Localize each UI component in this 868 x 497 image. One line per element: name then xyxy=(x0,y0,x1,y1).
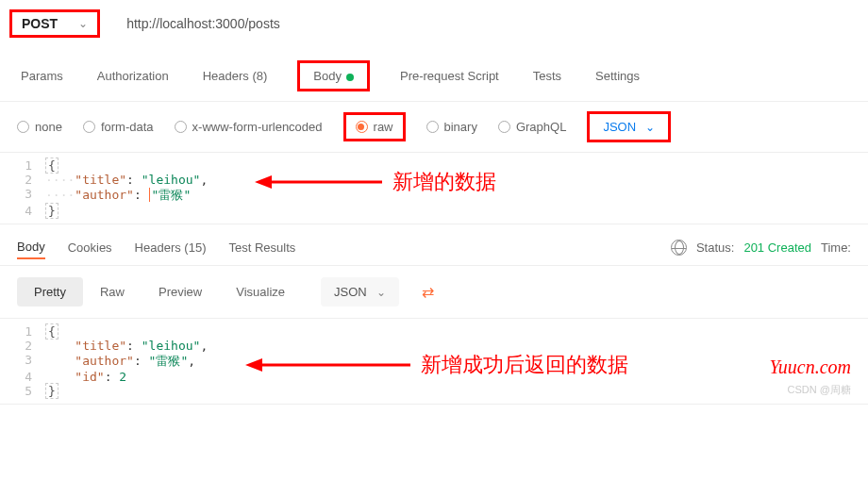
request-body-editor[interactable]: 1{ 2····"title": "leihou", 3····"author"… xyxy=(0,152,868,224)
line-number: 4 xyxy=(0,370,45,384)
radio-icon xyxy=(426,121,439,133)
chevron-down-icon: ⌄ xyxy=(78,17,88,30)
arrow-icon xyxy=(245,351,415,379)
request-bar: POST ⌄ http://localhost:3000/posts xyxy=(0,0,868,47)
response-tab-headers[interactable]: Headers (15) xyxy=(135,237,207,258)
radio-icon xyxy=(175,121,187,133)
line-number: 2 xyxy=(0,339,45,353)
radio-icon xyxy=(356,121,368,133)
svg-marker-1 xyxy=(255,175,272,189)
radio-icon xyxy=(17,121,29,133)
response-tabs: Body Cookies Headers (15) Test Results S… xyxy=(0,224,868,266)
tab-prerequest[interactable]: Pre-request Script xyxy=(396,65,503,87)
tab-params[interactable]: Params xyxy=(17,65,67,87)
response-tab-body[interactable]: Body xyxy=(17,236,45,259)
time-label: Time: xyxy=(821,240,851,255)
response-view-options: Pretty Raw Preview Visualize JSON⌄ ⇄ xyxy=(0,266,868,318)
line-number: 3 xyxy=(0,187,45,204)
format-selector[interactable]: JSON⌄ xyxy=(587,111,671,142)
line-number: 4 xyxy=(0,204,45,218)
annotation-response-data: 新增成功后返回的数据 xyxy=(245,351,628,379)
tab-tests[interactable]: Tests xyxy=(529,65,565,87)
view-segment: Pretty Raw Preview Visualize xyxy=(17,277,302,306)
radio-raw[interactable]: raw xyxy=(343,112,406,141)
http-method: POST xyxy=(22,16,58,31)
response-format-selector[interactable]: JSON⌄ xyxy=(321,277,399,306)
response-tab-cookies[interactable]: Cookies xyxy=(68,237,112,258)
body-type-selector: none form-data x-www-form-urlencoded raw… xyxy=(0,102,868,152)
radio-icon xyxy=(83,121,95,133)
radio-icon xyxy=(498,121,510,133)
svg-marker-3 xyxy=(245,358,262,372)
request-tabs: Params Authorization Headers (8) Body Pr… xyxy=(0,47,868,102)
watermark-site: Yuucn.com xyxy=(770,356,851,378)
view-raw[interactable]: Raw xyxy=(83,277,142,306)
tab-authorization[interactable]: Authorization xyxy=(93,65,173,87)
line-number: 2 xyxy=(0,173,45,187)
tab-body[interactable]: Body xyxy=(297,60,370,91)
dot-icon xyxy=(346,74,354,81)
globe-icon[interactable] xyxy=(671,240,687,256)
radio-form-data[interactable]: form-data xyxy=(83,120,154,134)
tab-settings[interactable]: Settings xyxy=(592,65,643,87)
wrap-lines-icon[interactable]: ⇄ xyxy=(412,277,443,306)
chevron-down-icon: ⌄ xyxy=(376,286,386,299)
annotation-new-data: 新增的数据 xyxy=(255,168,496,196)
chevron-down-icon: ⌄ xyxy=(645,121,655,134)
radio-none[interactable]: none xyxy=(17,120,62,134)
status-label: Status: xyxy=(696,240,734,255)
view-preview[interactable]: Preview xyxy=(142,277,219,306)
tab-headers[interactable]: Headers (8) xyxy=(199,65,272,87)
watermark-author: CSDN @周糖 xyxy=(788,383,851,397)
arrow-icon xyxy=(255,168,387,196)
method-selector[interactable]: POST ⌄ xyxy=(9,9,100,38)
view-pretty[interactable]: Pretty xyxy=(17,277,83,306)
response-body-viewer[interactable]: 1{ 2 "title": "leihou", 3 "author": "雷猴"… xyxy=(0,318,868,405)
line-number: 3 xyxy=(0,353,45,370)
status-value: 201 Created xyxy=(743,240,811,255)
view-visualize[interactable]: Visualize xyxy=(219,277,302,306)
response-tab-test-results[interactable]: Test Results xyxy=(228,237,295,258)
radio-urlencoded[interactable]: x-www-form-urlencoded xyxy=(175,120,323,134)
line-number: 1 xyxy=(0,324,45,339)
radio-binary[interactable]: binary xyxy=(426,120,477,134)
line-number: 1 xyxy=(0,158,45,173)
line-number: 5 xyxy=(0,384,45,398)
url-input[interactable]: http://localhost:3000/posts xyxy=(126,16,280,31)
radio-graphql[interactable]: GraphQL xyxy=(498,120,566,134)
